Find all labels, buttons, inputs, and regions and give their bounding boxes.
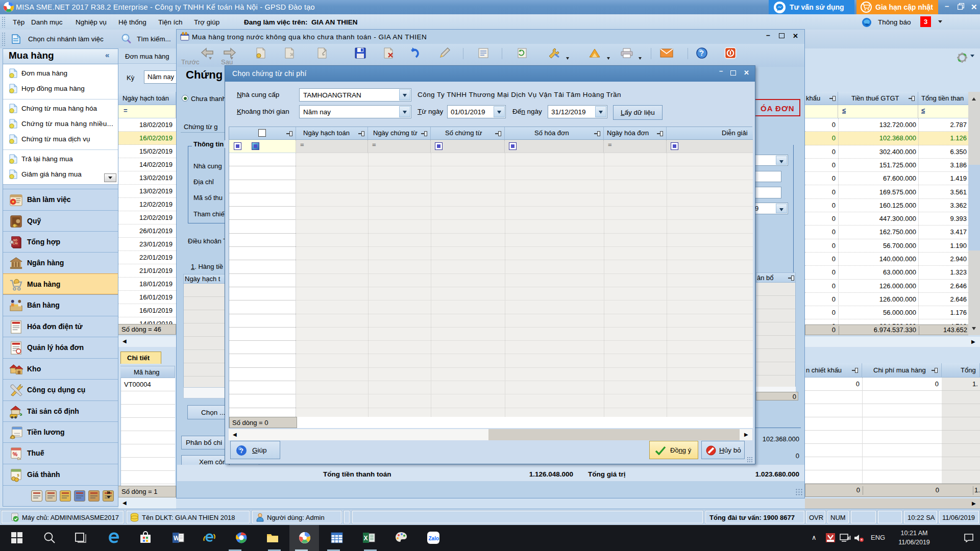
svg-text:SỔ: SỔ	[13, 238, 18, 241]
svg-text:?: ?	[239, 447, 243, 455]
svg-text:%: %	[13, 452, 18, 458]
svg-text:X: X	[364, 535, 368, 542]
svg-text:$: $	[17, 473, 19, 478]
svg-text:?: ?	[700, 49, 704, 57]
svg-text:CÁI: CÁI	[13, 242, 18, 245]
svg-text:Zalo: Zalo	[429, 536, 439, 541]
